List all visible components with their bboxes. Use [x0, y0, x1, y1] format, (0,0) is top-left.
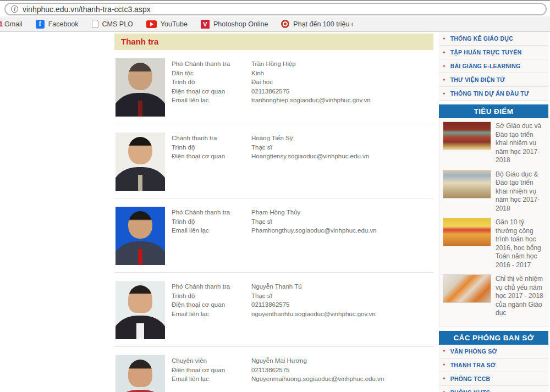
page-icon: [92, 20, 98, 28]
field-label: Phó Chánh thanh tra: [172, 282, 251, 291]
phong-ban-links: ✦VĂN PHÒNG SỞ ✦THANH TRA SỞ ✦PHÒNG TCCB …: [439, 345, 548, 392]
bookmark-label: Gmail: [4, 20, 23, 28]
sidebar-link-thanh-tra-so[interactable]: ✦THANH TRA SỞ: [439, 358, 548, 372]
page-info-icon[interactable]: i: [11, 5, 18, 13]
announcement-ceremony-thumbnail: [443, 218, 491, 246]
bookmark-cms-plo[interactable]: CMS PLO: [92, 20, 133, 28]
arrow-bullet-icon: ✦: [442, 64, 446, 69]
staff-photo: [116, 355, 165, 392]
sidebar-link-label: THÔNG TIN DỰ ÁN ĐẦU TƯ: [450, 90, 529, 97]
staff-name: Nguyễn Thanh Tú: [251, 282, 302, 291]
staff-photo: [116, 207, 165, 265]
field-value: Đại học: [251, 78, 273, 87]
sidebar-link-phong-tccb[interactable]: ✦PHÒNG TCCB: [439, 372, 548, 386]
arrow-bullet-icon: ✦: [442, 376, 446, 381]
arrow-bullet-icon: ✦: [442, 91, 446, 96]
field-label: Trình độ: [172, 217, 251, 227]
meeting-room-thumbnail: [443, 170, 491, 198]
news-title[interactable]: Sở Giáo dục và Đào tạo triển khai nhiệm …: [496, 122, 544, 165]
sidebar-link-thu-vien-dien-tu[interactable]: ✦THƯ VIỆN ĐIỆN TỬ: [439, 73, 548, 87]
sidebar-link-label: BÀI GIẢNG E-LEARNING: [450, 63, 521, 69]
conference-photo-thumbnail: [443, 122, 491, 150]
url-text[interactable]: vinhphuc.edu.vn/thanh-tra-cctc3.aspx: [23, 5, 151, 14]
sidebar-link-label: TẬP HUẤN TRỰC TUYẾN: [450, 49, 522, 56]
arrow-bullet-icon: ✦: [442, 349, 446, 354]
sidebar-link-label: THỐNG KÊ GIÁO DỤC: [450, 35, 513, 42]
field-label: Chánh thanh tra: [172, 134, 251, 143]
news-item[interactable]: Chỉ thị về nhiệm vụ chủ yếu năm học 2017…: [443, 274, 544, 318]
staff-card: Phó Chánh thanh traPhạm Hồng Thủy Trình …: [114, 198, 433, 273]
news-item[interactable]: Gần 10 tỷ thưởng công trình toán học 201…: [443, 218, 544, 269]
sidebar-link-label: PHÒNG TCCB: [450, 376, 491, 382]
sidebar-top-links: ✦THỐNG KÊ GIÁO DỤC ✦TẬP HUẤN TRỰC TUYẾN …: [439, 32, 548, 101]
field-value: 02113862575: [251, 366, 290, 375]
sidebar-link-tap-huan-truc-tuyen[interactable]: ✦TẬP HUẤN TRỰC TUYẾN: [439, 46, 548, 59]
field-label: Email liên lạc: [172, 96, 251, 105]
bookmark-youtube[interactable]: YouTube: [146, 20, 188, 28]
sidebar-link-label: THƯ VIỆN ĐIỆN TỬ: [450, 76, 505, 83]
bookmark-label: Phạt đến 100 triệu đồ: [293, 20, 353, 28]
bookmark-gmail[interactable]: Gmail: [4, 20, 23, 28]
field-label: Điện thoại cơ quan: [172, 87, 251, 96]
email-value: nguyenthanhtu.sogiaoduc@vinhphuc.gov.vn: [251, 310, 376, 319]
bookmark-label: YouTube: [161, 20, 188, 28]
field-value: Thạc sĩ: [251, 143, 272, 152]
field-label: Phó Chánh thanh tra: [172, 59, 251, 69]
bookmark-label: CMS PLO: [102, 20, 133, 28]
email-value: Phamhongthuy.sogiaoduc@vinhphuc.edu.vn: [251, 226, 377, 235]
staff-card: Phó Chánh thanh traTrần Hồng Hiệp Dân tộ…: [114, 50, 433, 124]
bookmark-photoshop-online[interactable]: V Photoshop Online: [201, 20, 268, 29]
right-sidebar: ✦THỐNG KÊ GIÁO DỤC ✦TẬP HUẤN TRỰC TUYẾN …: [439, 32, 548, 392]
news-title[interactable]: Bộ Giáo dục & Đào tạo triển khai nhiệm v…: [496, 170, 544, 213]
field-label: Dân tộc: [172, 69, 251, 78]
news-list: Sở Giáo dục và Đào tạo triển khai nhiệm …: [439, 118, 548, 327]
sidebar-link-thong-ke-giao-duc[interactable]: ✦THỐNG KÊ GIÁO DỤC: [439, 32, 548, 46]
bookmark-label: Photoshop Online: [213, 20, 268, 28]
email-value: Hoangtiensy.sogiaoduc@vinhphuc.edu.vn: [251, 152, 369, 161]
facebook-icon: f: [36, 20, 45, 29]
arrow-bullet-icon: ✦: [442, 36, 446, 41]
staff-name: Phạm Hồng Thủy: [251, 208, 300, 217]
staff-card: Phó Chánh thanh traNguyễn Thanh Tú Trình…: [114, 273, 433, 347]
field-label: Chuyên viên: [172, 356, 251, 366]
news-title[interactable]: Gần 10 tỷ thưởng công trình toán học 201…: [496, 218, 544, 269]
main-column: Thanh tra Phó Chánh thanh traTrần Hồng H…: [114, 34, 433, 392]
staff-photo: [116, 58, 165, 117]
email-value: tranhonghiep.sogiaoduc@vinhphuc.gov.vn: [251, 96, 371, 105]
field-label: Điện thoại cơ quan: [172, 152, 251, 161]
address-bar[interactable]: i vinhphuc.edu.vn/thanh-tra-cctc3.aspx: [4, 3, 547, 15]
staff-photo: [116, 132, 165, 191]
field-value: Thạc sĩ: [251, 217, 272, 227]
field-value: Thạc sĩ: [251, 291, 272, 301]
staff-name: Nguyễn Mai Hương: [251, 356, 307, 366]
sidebar-link-thong-tin-du-an-dau-tu[interactable]: ✦THÔNG TIN DỰ ÁN ĐẦU TƯ: [439, 87, 548, 101]
staff-card: Chuyên viênNguyễn Mai Hương Điện thoại c…: [114, 347, 433, 392]
sidebar-link-bai-giang-elearning[interactable]: ✦BÀI GIẢNG E-LEARNING: [439, 59, 548, 73]
bookmark-label: Facebook: [48, 20, 79, 28]
sidebar-link-label: THANH TRA SỞ: [450, 362, 496, 368]
cut-off-bookmark-icon: 1: [0, 20, 4, 28]
page-title: Thanh tra: [114, 34, 433, 50]
email-value: Nguyenmaihuong.sogiaoduc@vinhphuc.edu.vn: [251, 374, 384, 384]
page-content: Thanh tra Phó Chánh thanh traTrần Hồng H…: [0, 32, 550, 392]
field-label: Điện thoại cơ quan: [172, 300, 251, 310]
news-item[interactable]: Sở Giáo dục và Đào tạo triển khai nhiệm …: [443, 122, 544, 165]
tieu-diem-header: TIÊU ĐIỂM: [439, 104, 548, 118]
sidebar-link-label: VĂN PHÒNG SỞ: [450, 348, 497, 355]
browser-window: i vinhphuc.edu.vn/thanh-tra-cctc3.aspx 1…: [0, 0, 550, 392]
staff-name: Hoàng Tiến Sỹ: [251, 134, 293, 143]
arrow-bullet-icon: ✦: [442, 390, 446, 392]
news-title[interactable]: Chỉ thị về nhiệm vụ chủ yếu năm học 2017…: [496, 274, 544, 318]
staff-card: Chánh thanh traHoàng Tiến Sỹ Trình độThạ…: [114, 124, 433, 198]
sidebar-link-van-phong-so[interactable]: ✦VĂN PHÒNG SỞ: [439, 345, 548, 358]
field-label: Email liên lạc: [172, 310, 251, 319]
bookmark-phat-100-trieu[interactable]: Phạt đến 100 triệu đồ: [281, 20, 353, 28]
sidebar-link-phong-khtc[interactable]: ✦PHÒNG KHTC: [439, 386, 548, 392]
arrow-bullet-icon: ✦: [442, 362, 446, 367]
red-seal-icon: [281, 20, 289, 28]
bookmark-facebook[interactable]: f Facebook: [36, 20, 79, 29]
field-label: Trình độ: [172, 78, 251, 87]
browser-url-bar: i vinhphuc.edu.vn/thanh-tra-cctc3.aspx: [0, 0, 550, 16]
field-label: Email liên lạc: [172, 374, 251, 384]
news-item[interactable]: Bộ Giáo dục & Đào tạo triển khai nhiệm v…: [443, 170, 544, 213]
